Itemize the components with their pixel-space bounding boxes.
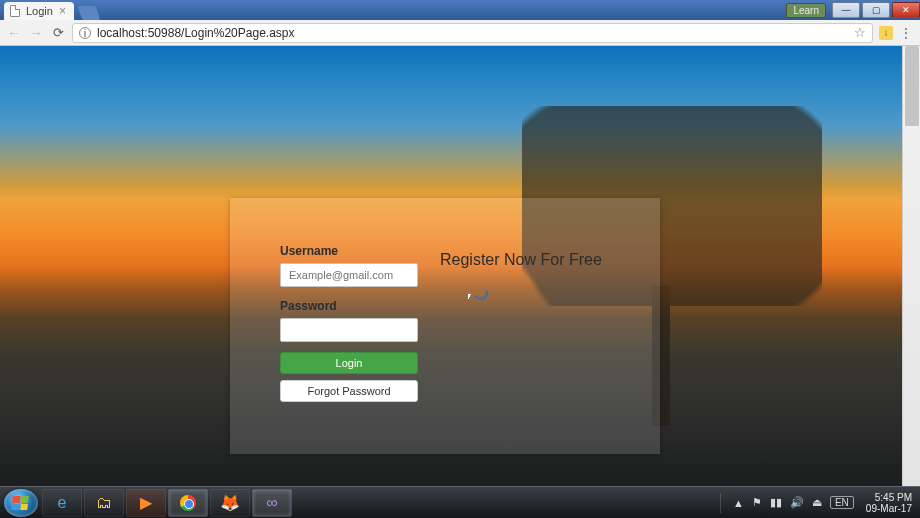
tray-show-hidden-icon[interactable]: ▲ (733, 497, 744, 509)
page-scrollbar[interactable] (902, 46, 920, 486)
tray-volume-icon[interactable]: 🔊 (790, 496, 804, 509)
reload-button[interactable]: ⟳ (50, 25, 66, 40)
username-label: Username (280, 244, 440, 258)
password-input[interactable] (280, 318, 418, 342)
new-tab-button[interactable] (78, 6, 101, 20)
learn-button[interactable]: Learn (786, 3, 826, 18)
site-info-icon[interactable]: i (79, 27, 91, 39)
chrome-icon (180, 495, 196, 511)
tray-network-icon[interactable]: ▮▮ (770, 496, 782, 509)
browser-tab-active[interactable]: Login × (4, 2, 74, 20)
browser-tab-strip: Login × (0, 0, 98, 20)
taskbar-app-chrome[interactable] (168, 489, 208, 517)
tray-date: 09-Mar-17 (866, 503, 912, 514)
login-panel: Username Password Login Forgot Password … (230, 198, 660, 454)
register-heading: Register Now For Free (440, 250, 602, 270)
forgot-password-button[interactable]: Forgot Password (280, 380, 418, 402)
username-input[interactable] (280, 263, 418, 287)
start-button[interactable] (4, 489, 38, 517)
browser-toolbar: ← → ⟳ i localhost:50988/Login%20Page.asp… (0, 20, 920, 46)
tray-time: 5:45 PM (866, 492, 912, 503)
tray-flag-icon[interactable]: ⚑ (752, 496, 762, 509)
nav-back-button[interactable]: ← (6, 25, 22, 41)
window-maximize-button[interactable]: ▢ (862, 2, 890, 18)
scrollbar-thumb[interactable] (905, 46, 919, 126)
taskbar-app-ie[interactable]: e (42, 489, 82, 517)
tray-clock[interactable]: 5:45 PM 09-Mar-17 (866, 492, 912, 514)
bookmark-star-icon[interactable]: ☆ (854, 25, 866, 40)
downloads-button[interactable]: ↓ (879, 26, 893, 40)
chrome-menu-button[interactable]: ⋮ (899, 25, 914, 41)
url-text: localhost:50988/Login%20Page.aspx (97, 26, 294, 40)
windows-titlebar: Login × Learn — ▢ ✕ (0, 0, 920, 20)
login-button[interactable]: Login (280, 352, 418, 374)
tray-language-indicator[interactable]: EN (830, 496, 854, 509)
password-label: Password (280, 299, 440, 313)
taskbar-app-media-player[interactable]: ▶ (126, 489, 166, 517)
taskbar-app-file-explorer[interactable]: 🗂 (84, 489, 124, 517)
tab-title-label: Login (26, 5, 53, 17)
taskbar-app-paint[interactable]: 🦊 (210, 489, 250, 517)
nav-forward-button[interactable]: → (28, 25, 44, 41)
page-viewport: Username Password Login Forgot Password … (0, 46, 902, 486)
mouse-cursor-icon (468, 290, 480, 306)
window-minimize-button[interactable]: — (832, 2, 860, 18)
tray-safely-remove-icon[interactable]: ⏏ (812, 496, 822, 509)
windows-taskbar: e 🗂 ▶ 🦊 ∞ ▲ ⚑ ▮▮ 🔊 ⏏ EN 5:45 PM 09-Mar-1… (0, 486, 920, 518)
page-favicon-icon (10, 5, 20, 17)
address-bar[interactable]: i localhost:50988/Login%20Page.aspx ☆ (72, 23, 873, 43)
system-tray: ▲ ⚑ ▮▮ 🔊 ⏏ EN 5:45 PM 09-Mar-17 (716, 492, 920, 514)
taskbar-app-visual-studio[interactable]: ∞ (252, 489, 292, 517)
window-close-button[interactable]: ✕ (892, 2, 920, 18)
tab-close-icon[interactable]: × (59, 4, 66, 18)
